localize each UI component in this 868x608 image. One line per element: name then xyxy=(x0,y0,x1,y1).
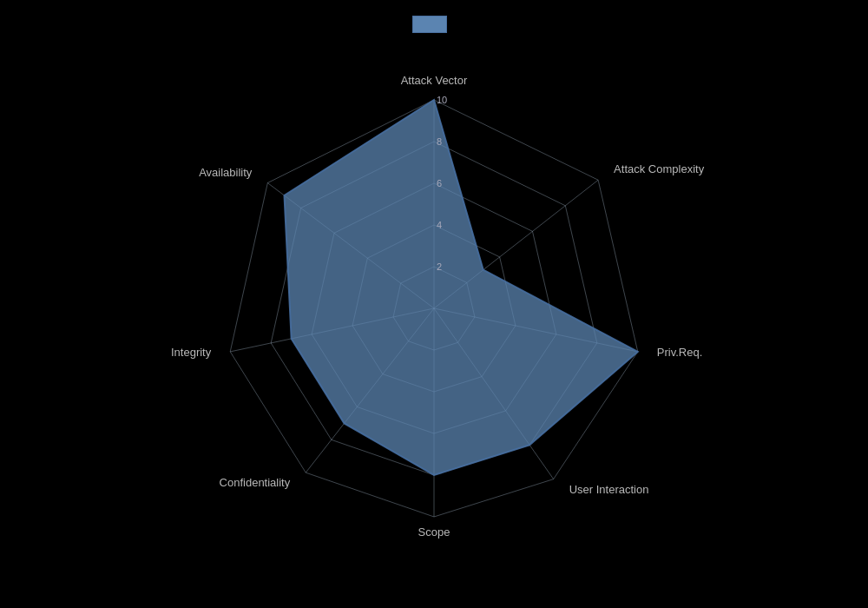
svg-text:10: 10 xyxy=(437,95,447,105)
legend xyxy=(412,16,456,33)
svg-text:Priv.Req.: Priv.Req. xyxy=(657,346,703,359)
svg-text:Scope: Scope xyxy=(418,525,450,539)
svg-text:8: 8 xyxy=(437,136,442,147)
svg-text:User Interaction: User Interaction xyxy=(569,483,649,496)
legend-color-box xyxy=(412,16,447,33)
svg-text:4: 4 xyxy=(437,220,442,230)
svg-text:2: 2 xyxy=(437,261,442,272)
chart-container: 246810Attack VectorAttack ComplexityPriv… xyxy=(0,0,868,608)
svg-text:Availability: Availability xyxy=(199,166,253,179)
svg-marker-13 xyxy=(284,100,637,475)
svg-text:6: 6 xyxy=(437,178,442,188)
svg-text:Attack Complexity: Attack Complexity xyxy=(614,162,705,175)
svg-text:Attack Vector: Attack Vector xyxy=(401,74,468,87)
radar-chart-svg: 246810Attack VectorAttack ComplexityPriv… xyxy=(0,0,868,608)
svg-text:Integrity: Integrity xyxy=(171,346,212,359)
svg-text:Confidentiality: Confidentiality xyxy=(220,476,291,489)
